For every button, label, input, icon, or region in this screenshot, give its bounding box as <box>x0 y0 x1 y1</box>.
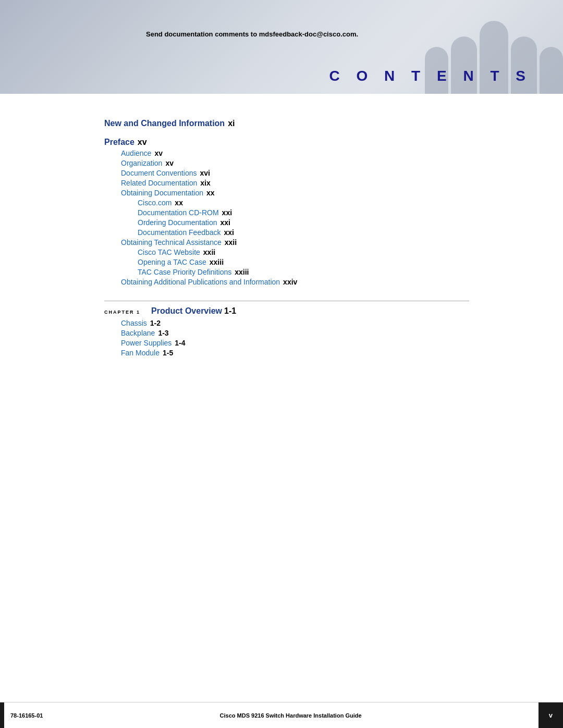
toc-h3-tac-priority: TAC Case Priority Definitionsxxiii <box>138 268 469 276</box>
toc-h2-backplane-label: Backplane <box>121 329 155 337</box>
toc-h2-obtaining-tech-page: xxii <box>225 238 237 246</box>
feedback-text: Send documentation comments to mdsfeedba… <box>146 30 358 38</box>
toc-h2-audience-label: Audience <box>121 149 151 157</box>
toc-h3-tac-priority-page: xxiii <box>235 268 249 276</box>
toc-h2-backplane-page: 1-3 <box>158 329 168 337</box>
toc-section-new-info: New and Changed Informationxi <box>104 119 469 128</box>
toc-h1-preface-page: xv <box>138 138 147 146</box>
toc-h2-power-supplies-label: Power Supplies <box>121 339 172 347</box>
header-banner: Send documentation comments to mdsfeedba… <box>0 0 563 94</box>
toc-h3-tac-priority-label: TAC Case Priority Definitions <box>138 268 231 276</box>
toc-h2-additional-pubs-label: Obtaining Additional Publications and In… <box>121 278 280 286</box>
toc-h2-obtaining-tech-label: Obtaining Technical Assistance <box>121 238 222 246</box>
toc-h2-doc-conventions-label: Document Conventions <box>121 169 197 177</box>
chapter-1-title: Product Overview1-1 <box>151 306 236 316</box>
toc-h3-cisco-tac-website-page: xxii <box>203 248 215 256</box>
toc-h2-related-doc: Related Documentationxix <box>121 179 469 187</box>
toc-h3-cisco-tac-website-label: Cisco TAC Website <box>138 248 200 256</box>
toc-h2-chassis: Chassis1-2 <box>121 319 469 327</box>
toc-h2-power-supplies: Power Supplies1-4 <box>121 339 469 347</box>
toc-h3-opening-tac-case-page: xxiii <box>210 258 224 266</box>
toc-h3-doc-cdrom-page: xxi <box>222 208 232 217</box>
toc-h2-chassis-page: 1-2 <box>150 319 161 327</box>
toc-h1-preface: Prefacexv <box>104 138 469 147</box>
toc-h3-doc-feedback-page: xxi <box>224 228 234 237</box>
page-container: Send documentation comments to mdsfeedba… <box>0 0 563 728</box>
chapter-1-title-text: Product Overview <box>151 306 222 315</box>
toc-h2-fan-module: Fan Module1-5 <box>121 349 469 357</box>
toc-h2-organization-page: xv <box>165 159 174 167</box>
toc-h3-cisco-com: Cisco.comxx <box>138 199 469 207</box>
footer-page: v <box>538 702 563 729</box>
content-area: New and Changed Informationxi Prefacexv … <box>0 94 563 409</box>
toc-h1-preface-label: Preface <box>104 138 134 146</box>
toc-h2-obtaining-doc: Obtaining Documentationxx <box>121 189 469 197</box>
toc-section-preface: Prefacexv Audiencexv Organizationxv Docu… <box>104 138 469 286</box>
chapter-1-page: 1-1 <box>224 306 236 315</box>
footer: 78-16165-01 Cisco MDS 9216 Switch Hardwa… <box>0 702 563 728</box>
toc-h2-organization: Organizationxv <box>121 159 469 167</box>
toc-h3-ordering-doc-page: xxi <box>221 218 230 227</box>
toc-h1-new-info-page: xi <box>228 119 235 128</box>
toc-h1-new-info-label: New and Changed Information <box>104 119 225 128</box>
toc-h1-new-info: New and Changed Informationxi <box>104 119 469 128</box>
footer-left-bar <box>0 702 4 729</box>
toc-h2-audience-page: xv <box>154 149 163 157</box>
toc-h3-cisco-tac-website: Cisco TAC Websitexxii <box>138 248 469 256</box>
toc-h3-doc-feedback: Documentation Feedbackxxi <box>138 228 469 237</box>
toc-h3-doc-cdrom: Documentation CD-ROMxxi <box>138 208 469 217</box>
toc-h2-backplane: Backplane1-3 <box>121 329 469 337</box>
toc-h2-power-supplies-page: 1-4 <box>175 339 185 347</box>
toc-h2-fan-module-label: Fan Module <box>121 349 160 357</box>
toc-h2-additional-pubs: Obtaining Additional Publications and In… <box>121 278 469 286</box>
toc-h3-opening-tac-case-label: Opening a TAC Case <box>138 258 206 266</box>
footer-doc-number: 78-16165-01 <box>4 712 43 719</box>
toc-h3-ordering-doc: Ordering Documentationxxi <box>138 218 469 227</box>
toc-h2-organization-label: Organization <box>121 159 162 167</box>
footer-title: Cisco MDS 9216 Switch Hardware Installat… <box>43 712 538 719</box>
toc-h2-audience: Audiencexv <box>121 149 469 157</box>
chapter-1-row: CHAPTER 1 Product Overview1-1 <box>104 301 469 316</box>
toc-h3-doc-cdrom-label: Documentation CD-ROM <box>138 208 219 217</box>
toc-h2-obtaining-doc-page: xx <box>206 189 215 197</box>
toc-h2-chassis-label: Chassis <box>121 319 147 327</box>
toc-h3-cisco-com-page: xx <box>175 199 183 207</box>
toc-h3-opening-tac-case: Opening a TAC Casexxiii <box>138 258 469 266</box>
toc-h2-doc-conventions-page: xvi <box>200 169 210 177</box>
contents-title: C O N T E N T S <box>329 68 532 84</box>
person-silhouette-2 <box>451 36 477 94</box>
toc-h3-doc-feedback-label: Documentation Feedback <box>138 228 221 237</box>
toc-h2-fan-module-page: 1-5 <box>163 349 173 357</box>
toc-h2-obtaining-tech: Obtaining Technical Assistancexxii <box>121 238 469 246</box>
person-silhouette-4 <box>511 36 537 94</box>
person-silhouette-5 <box>540 47 563 94</box>
toc-h2-additional-pubs-page: xxiv <box>283 278 297 286</box>
toc-h2-doc-conventions: Document Conventionsxvi <box>121 169 469 177</box>
toc-h2-related-doc-page: xix <box>200 179 210 187</box>
chapter-1-label: CHAPTER 1 <box>104 310 151 315</box>
toc-h3-cisco-com-label: Cisco.com <box>138 199 172 207</box>
toc-h2-related-doc-label: Related Documentation <box>121 179 197 187</box>
toc-h3-ordering-doc-label: Ordering Documentation <box>138 218 217 227</box>
toc-h2-obtaining-doc-label: Obtaining Documentation <box>121 189 203 197</box>
